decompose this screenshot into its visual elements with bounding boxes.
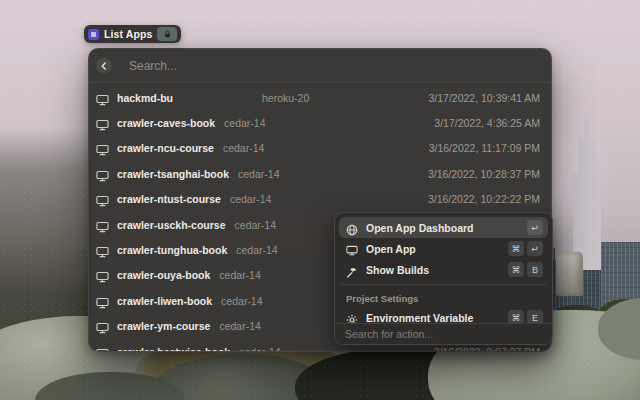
list-item[interactable]: crawler-ntust-coursecedar-143/16/2022, 1… (89, 187, 551, 212)
monitor-icon (96, 295, 109, 307)
app-stack: cedar-14 (223, 142, 264, 154)
app-name: hackmd-bu (117, 92, 253, 104)
hammer-icon (346, 264, 358, 276)
action-label: Show Builds (366, 264, 508, 276)
app-name: crawler-ntust-course (117, 193, 221, 205)
monitor-icon (346, 243, 358, 255)
monitor-icon (96, 168, 109, 180)
action-label: Environment Variable (366, 312, 508, 324)
command-badge-label: List Apps (104, 28, 152, 40)
monitor-icon (96, 193, 109, 205)
command-badge[interactable]: List Apps (84, 25, 181, 43)
app-updated-time: 3/16/2022, 10:22:22 PM (428, 193, 540, 205)
monitor-icon (96, 346, 109, 352)
app-name: crawler-ncu-course (117, 142, 214, 154)
panel-section-label: Project Settings (339, 289, 548, 307)
action-item[interactable]: Open App Dashboard↵ (339, 217, 548, 238)
action-panel: Open App Dashboard↵Open App⌘↵Show Builds… (334, 212, 553, 345)
hotkey-badge (157, 27, 177, 41)
action-item[interactable]: Environment Variable⌘E (339, 307, 548, 323)
list-item[interactable]: hackmd-buheroku-203/17/2022, 10:39:41 AM (89, 85, 551, 110)
monitor-icon (96, 142, 109, 154)
app-name: crawler-bestwise-book (117, 346, 230, 352)
app-name: crawler-tsanghai-book (117, 168, 229, 180)
key-badge: ⌘ (508, 262, 524, 277)
app-updated-time: 3/16/2022, 10:28:37 PM (428, 168, 540, 180)
list-item[interactable]: crawler-ncu-coursecedar-143/16/2022, 11:… (89, 136, 551, 161)
key-badge: ↵ (527, 241, 543, 256)
app-name: crawler-ouya-book (117, 269, 210, 281)
key-badge: B (527, 262, 543, 277)
app-stack: cedar-14 (219, 269, 260, 281)
app-name: crawler-tunghua-book (117, 244, 227, 256)
key-badge: ↵ (527, 220, 543, 235)
app-updated-time: 3/16/2022, 8:07:27 PM (434, 346, 540, 352)
list-item[interactable]: crawler-caves-bookcedar-143/17/2022, 4:3… (89, 110, 551, 135)
search-input[interactable]: Search... (129, 59, 177, 73)
monitor-icon (96, 244, 109, 256)
key-badge: E (527, 310, 543, 323)
monitor-icon (96, 117, 109, 129)
shortcut-keys: ⌘↵ (508, 241, 543, 256)
monitor-icon (96, 219, 109, 231)
app-updated-time: 3/17/2022, 4:36:25 AM (434, 117, 540, 129)
app-name: crawler-caves-book (117, 117, 215, 129)
search-bar: Search... (89, 49, 551, 83)
lock-icon (163, 30, 172, 39)
app-stack: cedar-14 (219, 320, 260, 332)
action-list: Open App Dashboard↵Open App⌘↵Show Builds… (335, 213, 552, 323)
app-stack: cedar-14 (239, 346, 280, 352)
heroku-icon (88, 29, 99, 40)
app-stack: cedar-14 (224, 117, 265, 129)
action-label: Open App (366, 243, 508, 255)
shortcut-keys: ⌘E (508, 310, 543, 323)
app-updated-time: 3/17/2022, 10:39:41 AM (428, 92, 540, 104)
action-label: Open App Dashboard (366, 222, 527, 234)
key-badge: ⌘ (508, 241, 524, 256)
app-stack: cedar-14 (221, 295, 262, 307)
back-button[interactable] (96, 58, 112, 74)
app-stack: cedar-14 (230, 193, 271, 205)
shortcut-keys: ⌘B (508, 262, 543, 277)
app-stack: cedar-14 (235, 219, 276, 231)
monitor-icon (96, 92, 109, 104)
app-stack: heroku-20 (262, 92, 309, 104)
monitor-icon (96, 320, 109, 332)
desktop: List Apps Search... hackmd-buheroku-203/… (0, 0, 640, 400)
key-badge: ⌘ (508, 310, 524, 323)
action-search-input[interactable]: Search for action... (335, 323, 552, 344)
globe-icon (346, 222, 358, 234)
action-item[interactable]: Open App⌘↵ (339, 238, 548, 259)
app-name: crawler-liwen-book (117, 295, 212, 307)
app-stack: cedar-14 (238, 168, 279, 180)
chevron-left-icon (100, 62, 108, 70)
shortcut-keys: ↵ (527, 220, 543, 235)
list-item[interactable]: crawler-tsanghai-bookcedar-143/16/2022, … (89, 161, 551, 186)
app-name: crawler-ym-course (117, 320, 210, 332)
action-item[interactable]: Show Builds⌘B (339, 259, 548, 280)
gear-icon (346, 312, 358, 324)
app-stack: cedar-14 (236, 244, 277, 256)
app-updated-time: 3/16/2022, 11:17:09 PM (429, 142, 540, 154)
monitor-icon (96, 269, 109, 281)
panel-divider (341, 284, 546, 285)
app-name: crawler-usckh-course (117, 219, 226, 231)
